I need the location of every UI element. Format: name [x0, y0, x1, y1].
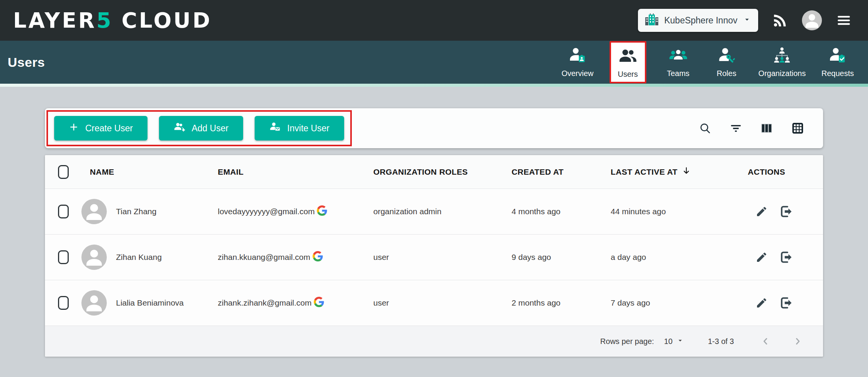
nav-item-label: Overview	[562, 69, 593, 78]
user-org-roles: user	[373, 253, 512, 262]
user-name: Lialia Beniaminova	[116, 298, 184, 308]
grid-icon[interactable]	[791, 121, 805, 135]
column-header-actions: ACTIONS	[748, 167, 823, 177]
avatar	[81, 245, 107, 270]
nav-item-organizations[interactable]: Organizations	[759, 46, 806, 78]
group-add-icon	[174, 121, 185, 135]
avatar	[81, 199, 107, 224]
add-user-label: Add User	[192, 123, 229, 134]
nav-item-label: Requests	[822, 69, 854, 78]
building-icon	[645, 13, 659, 27]
page-title: Users	[8, 55, 45, 70]
user-avatar[interactable]	[802, 10, 822, 30]
remove-user-logout-icon[interactable]	[779, 205, 792, 218]
user-last-active-at: 44 minutes ago	[611, 207, 748, 216]
brand-logo[interactable]: LAYER5CLOUD	[13, 8, 212, 33]
next-page-chevron-icon[interactable]	[792, 336, 803, 347]
invite-user-button[interactable]: Invite User	[255, 116, 344, 141]
org-selector-value: KubeSphere Innov	[664, 15, 737, 26]
previous-page-chevron-icon[interactable]	[760, 336, 771, 347]
user-name: Tian Zhang	[116, 207, 156, 216]
users-icon	[619, 47, 637, 67]
user-email: zihank.zihank@gmail.com	[218, 298, 311, 308]
create-user-label: Create User	[85, 123, 133, 134]
row-checkbox[interactable]	[58, 205, 69, 218]
column-header-organization-roles[interactable]: ORGANIZATION ROLES	[373, 167, 512, 177]
row-checkbox[interactable]	[58, 296, 69, 310]
user-created-at: 4 months ago	[512, 207, 611, 216]
nav-item-label: Roles	[717, 69, 736, 78]
row-checkbox[interactable]	[58, 250, 69, 264]
user-org-roles: organization admin	[373, 207, 512, 216]
nav-item-requests[interactable]: Requests	[821, 46, 854, 78]
nav-item-overview[interactable]: Overview	[561, 46, 594, 78]
table-row: Lialia Beniaminova zihank.zihank@gmail.c…	[45, 280, 823, 326]
rows-per-page-value: 10	[664, 337, 673, 346]
table-pagination: Rows per page: 10 1-3 of 3	[45, 326, 823, 357]
nav-accent-line	[0, 84, 868, 87]
google-icon	[314, 297, 324, 309]
user-toolbar: Create User Add User	[45, 108, 823, 148]
edit-pencil-icon[interactable]	[755, 297, 768, 309]
requests-icon	[828, 46, 847, 66]
edit-pencil-icon[interactable]	[755, 251, 768, 263]
remove-user-logout-icon[interactable]	[779, 296, 792, 310]
user-last-active-at: 7 days ago	[611, 298, 748, 308]
search-icon[interactable]	[699, 122, 712, 135]
overview-icon	[568, 46, 587, 66]
nav-item-users[interactable]: Users	[610, 41, 646, 83]
chevron-down-icon	[676, 337, 684, 346]
column-header-name[interactable]: NAME	[81, 167, 218, 177]
table-row: Zihan Kuang zihan.kkuang@gmail.com user …	[45, 235, 823, 280]
column-header-email[interactable]: EMAIL	[218, 167, 373, 177]
person-invite-icon	[269, 121, 281, 135]
chevron-down-icon	[743, 15, 751, 25]
select-all-checkbox[interactable]	[58, 165, 69, 179]
app-header: LAYER5CLOUD KubeSphere Innov	[0, 0, 868, 41]
edit-pencil-icon[interactable]	[755, 205, 768, 218]
organizations-icon	[773, 46, 791, 66]
columns-icon[interactable]	[760, 122, 773, 135]
nav-item-teams[interactable]: Teams	[662, 46, 695, 78]
google-icon	[317, 205, 327, 218]
brand-text-primary: LAYER	[13, 8, 96, 33]
plus-icon	[69, 122, 79, 134]
roles-icon	[717, 46, 736, 66]
main-content: Create User Add User	[0, 87, 868, 357]
nav-item-label: Organizations	[759, 69, 806, 78]
brand-text-accent: 5	[96, 8, 113, 33]
org-selector[interactable]: KubeSphere Innov	[638, 9, 758, 32]
google-icon	[313, 251, 323, 263]
users-table: NAME EMAIL ORGANIZATION ROLES CREATED AT…	[45, 155, 823, 357]
column-header-created-at[interactable]: CREATED AT	[512, 167, 611, 177]
table-row: Tian Zhang lovedayyyyyyy@gmail.com organ…	[45, 189, 823, 235]
add-user-button[interactable]: Add User	[159, 116, 243, 141]
rows-per-page-label: Rows per page:	[600, 337, 654, 346]
remove-user-logout-icon[interactable]	[779, 250, 792, 264]
table-header-row: NAME EMAIL ORGANIZATION ROLES CREATED AT…	[45, 155, 823, 189]
user-created-at: 2 months ago	[512, 298, 611, 308]
avatar	[81, 290, 107, 316]
nav-item-label: Users	[618, 70, 638, 79]
annotation-box-buttons: Create User Add User	[46, 110, 352, 146]
remote-provider-rss-icon[interactable]	[772, 12, 788, 28]
invite-user-label: Invite User	[287, 123, 330, 134]
user-email: lovedayyyyyyy@gmail.com	[218, 207, 315, 216]
user-last-active-at: a day ago	[611, 253, 748, 262]
sort-desc-arrow-icon	[681, 166, 691, 178]
user-email: zihan.kkuang@gmail.com	[218, 253, 310, 262]
teams-icon	[669, 46, 687, 66]
user-org-roles: user	[373, 298, 512, 308]
user-name: Zihan Kuang	[116, 253, 162, 262]
section-navbar: Users Overview Use	[0, 41, 868, 84]
create-user-button[interactable]: Create User	[54, 116, 147, 141]
nav-item-label: Teams	[667, 69, 689, 78]
filter-icon[interactable]	[729, 122, 742, 135]
rows-per-page-select[interactable]: 10	[664, 337, 684, 346]
pagination-range: 1-3 of 3	[708, 337, 734, 346]
brand-text-secondary: CLOUD	[121, 8, 212, 33]
hamburger-menu-icon[interactable]	[836, 12, 852, 28]
user-created-at: 9 days ago	[512, 253, 611, 262]
column-header-last-active-at[interactable]: LAST ACTIVE AT	[611, 166, 748, 178]
nav-item-roles[interactable]: Roles	[710, 46, 743, 78]
